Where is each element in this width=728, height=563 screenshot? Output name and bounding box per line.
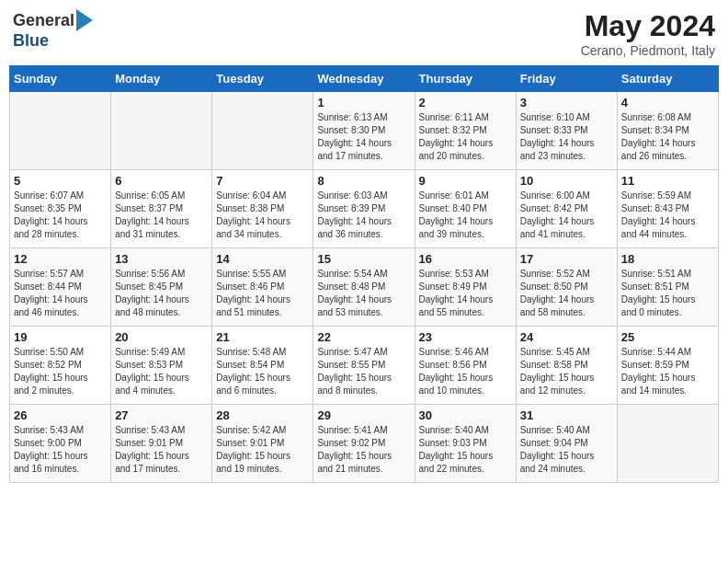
day-number: 13	[115, 252, 208, 266]
day-info: Sunrise: 5:51 AM Sunset: 8:51 PM Dayligh…	[621, 268, 714, 319]
calendar-cell: 15Sunrise: 5:54 AM Sunset: 8:48 PM Dayli…	[313, 248, 415, 327]
day-info: Sunrise: 5:40 AM Sunset: 9:04 PM Dayligh…	[520, 424, 613, 476]
day-number: 29	[317, 408, 410, 422]
day-number: 7	[216, 174, 309, 188]
day-number: 27	[115, 408, 208, 422]
day-info: Sunrise: 5:46 AM Sunset: 8:56 PM Dayligh…	[419, 346, 512, 397]
day-number: 20	[115, 330, 208, 344]
logo-general-text: General	[13, 11, 74, 30]
calendar-cell: 13Sunrise: 5:56 AM Sunset: 8:45 PM Dayli…	[111, 248, 212, 327]
calendar-cell: 12Sunrise: 5:57 AM Sunset: 8:44 PM Dayli…	[10, 248, 111, 327]
day-info: Sunrise: 5:42 AM Sunset: 9:01 PM Dayligh…	[216, 424, 309, 476]
calendar-cell: 8Sunrise: 6:03 AM Sunset: 8:39 PM Daylig…	[313, 170, 415, 248]
day-number: 21	[216, 330, 309, 344]
calendar-cell: 25Sunrise: 5:44 AM Sunset: 8:59 PM Dayli…	[617, 327, 718, 405]
day-info: Sunrise: 6:10 AM Sunset: 8:33 PM Dayligh…	[520, 111, 613, 163]
day-number: 15	[317, 252, 410, 266]
calendar-cell: 6Sunrise: 6:05 AM Sunset: 8:37 PM Daylig…	[111, 170, 212, 248]
calendar-cell: 30Sunrise: 5:40 AM Sunset: 9:03 PM Dayli…	[415, 405, 516, 483]
day-info: Sunrise: 5:57 AM Sunset: 8:44 PM Dayligh…	[14, 268, 107, 319]
logo-blue-text: Blue	[13, 31, 49, 51]
day-info: Sunrise: 5:40 AM Sunset: 9:03 PM Dayligh…	[419, 424, 512, 476]
day-number: 26	[14, 408, 107, 422]
day-info: Sunrise: 5:50 AM Sunset: 8:52 PM Dayligh…	[14, 346, 107, 397]
calendar-cell: 23Sunrise: 5:46 AM Sunset: 8:56 PM Dayli…	[415, 327, 516, 405]
day-number: 28	[216, 408, 309, 422]
day-number: 10	[520, 174, 613, 188]
day-number: 18	[621, 252, 714, 266]
calendar-cell: 17Sunrise: 5:52 AM Sunset: 8:50 PM Dayli…	[516, 248, 617, 327]
page-header: General Blue May 2024 Cerano, Piedmont, …	[9, 9, 719, 58]
calendar-cell: 10Sunrise: 6:00 AM Sunset: 8:42 PM Dayli…	[516, 170, 617, 248]
day-info: Sunrise: 5:55 AM Sunset: 8:46 PM Dayligh…	[216, 268, 309, 319]
day-number: 9	[419, 174, 512, 188]
day-number: 31	[520, 408, 613, 422]
day-info: Sunrise: 6:01 AM Sunset: 8:40 PM Dayligh…	[419, 190, 512, 241]
day-number: 3	[520, 96, 613, 109]
day-number: 5	[14, 174, 107, 188]
weekday-header-row: SundayMondayTuesdayWednesdayThursdayFrid…	[10, 66, 719, 92]
calendar-cell	[617, 405, 718, 483]
calendar-cell: 1Sunrise: 6:13 AM Sunset: 8:30 PM Daylig…	[313, 92, 415, 170]
day-info: Sunrise: 6:13 AM Sunset: 8:30 PM Dayligh…	[317, 111, 410, 163]
day-info: Sunrise: 6:05 AM Sunset: 8:37 PM Dayligh…	[115, 190, 208, 241]
day-info: Sunrise: 5:43 AM Sunset: 9:00 PM Dayligh…	[14, 424, 107, 476]
calendar-cell: 9Sunrise: 6:01 AM Sunset: 8:40 PM Daylig…	[415, 170, 516, 248]
calendar-cell: 3Sunrise: 6:10 AM Sunset: 8:33 PM Daylig…	[516, 92, 617, 170]
weekday-header-tuesday: Tuesday	[212, 66, 313, 92]
calendar-cell	[10, 92, 111, 170]
day-number: 24	[520, 330, 613, 344]
calendar-week-4: 19Sunrise: 5:50 AM Sunset: 8:52 PM Dayli…	[10, 327, 719, 405]
calendar-cell: 11Sunrise: 5:59 AM Sunset: 8:43 PM Dayli…	[617, 170, 718, 248]
title-section: May 2024 Cerano, Piedmont, Italy	[581, 9, 715, 58]
weekday-header-wednesday: Wednesday	[313, 66, 415, 92]
location: Cerano, Piedmont, Italy	[581, 43, 715, 58]
day-info: Sunrise: 5:54 AM Sunset: 8:48 PM Dayligh…	[317, 268, 410, 319]
calendar-week-3: 12Sunrise: 5:57 AM Sunset: 8:44 PM Dayli…	[10, 248, 719, 327]
day-info: Sunrise: 6:00 AM Sunset: 8:42 PM Dayligh…	[520, 190, 613, 241]
day-number: 30	[419, 408, 512, 422]
day-info: Sunrise: 5:44 AM Sunset: 8:59 PM Dayligh…	[621, 346, 714, 397]
day-info: Sunrise: 5:47 AM Sunset: 8:55 PM Dayligh…	[317, 346, 410, 397]
calendar-cell: 7Sunrise: 6:04 AM Sunset: 8:38 PM Daylig…	[212, 170, 313, 248]
day-info: Sunrise: 5:56 AM Sunset: 8:45 PM Dayligh…	[115, 268, 208, 319]
day-info: Sunrise: 6:07 AM Sunset: 8:35 PM Dayligh…	[14, 190, 107, 241]
weekday-header-sunday: Sunday	[10, 66, 111, 92]
calendar-cell: 26Sunrise: 5:43 AM Sunset: 9:00 PM Dayli…	[10, 405, 111, 483]
day-number: 17	[520, 252, 613, 266]
calendar-cell: 5Sunrise: 6:07 AM Sunset: 8:35 PM Daylig…	[10, 170, 111, 248]
day-info: Sunrise: 5:59 AM Sunset: 8:43 PM Dayligh…	[621, 190, 714, 241]
day-number: 4	[621, 96, 714, 109]
calendar-cell: 20Sunrise: 5:49 AM Sunset: 8:53 PM Dayli…	[111, 327, 212, 405]
day-info: Sunrise: 6:03 AM Sunset: 8:39 PM Dayligh…	[317, 190, 410, 241]
calendar-cell: 2Sunrise: 6:11 AM Sunset: 8:32 PM Daylig…	[415, 92, 516, 170]
weekday-header-monday: Monday	[111, 66, 212, 92]
logo: General Blue	[13, 9, 93, 51]
calendar-cell: 18Sunrise: 5:51 AM Sunset: 8:51 PM Dayli…	[617, 248, 718, 327]
calendar-week-1: 1Sunrise: 6:13 AM Sunset: 8:30 PM Daylig…	[10, 92, 719, 170]
day-info: Sunrise: 5:45 AM Sunset: 8:58 PM Dayligh…	[520, 346, 613, 397]
day-number: 14	[216, 252, 309, 266]
logo-arrow-icon	[76, 9, 93, 31]
day-number: 25	[621, 330, 714, 344]
day-info: Sunrise: 5:53 AM Sunset: 8:49 PM Dayligh…	[419, 268, 512, 319]
calendar-week-2: 5Sunrise: 6:07 AM Sunset: 8:35 PM Daylig…	[10, 170, 719, 248]
weekday-header-saturday: Saturday	[617, 66, 718, 92]
calendar-cell: 29Sunrise: 5:41 AM Sunset: 9:02 PM Dayli…	[313, 405, 415, 483]
day-number: 16	[419, 252, 512, 266]
day-number: 2	[419, 96, 512, 109]
calendar-cell: 4Sunrise: 6:08 AM Sunset: 8:34 PM Daylig…	[617, 92, 718, 170]
day-number: 1	[317, 96, 410, 109]
day-number: 12	[14, 252, 107, 266]
calendar-week-5: 26Sunrise: 5:43 AM Sunset: 9:00 PM Dayli…	[10, 405, 719, 483]
day-info: Sunrise: 5:43 AM Sunset: 9:01 PM Dayligh…	[115, 424, 208, 476]
day-number: 23	[419, 330, 512, 344]
day-number: 11	[621, 174, 714, 188]
calendar-cell: 21Sunrise: 5:48 AM Sunset: 8:54 PM Dayli…	[212, 327, 313, 405]
calendar-cell: 19Sunrise: 5:50 AM Sunset: 8:52 PM Dayli…	[10, 327, 111, 405]
weekday-header-friday: Friday	[516, 66, 617, 92]
day-number: 8	[317, 174, 410, 188]
calendar-cell	[212, 92, 313, 170]
day-info: Sunrise: 5:49 AM Sunset: 8:53 PM Dayligh…	[115, 346, 208, 397]
month-year: May 2024	[581, 9, 715, 43]
